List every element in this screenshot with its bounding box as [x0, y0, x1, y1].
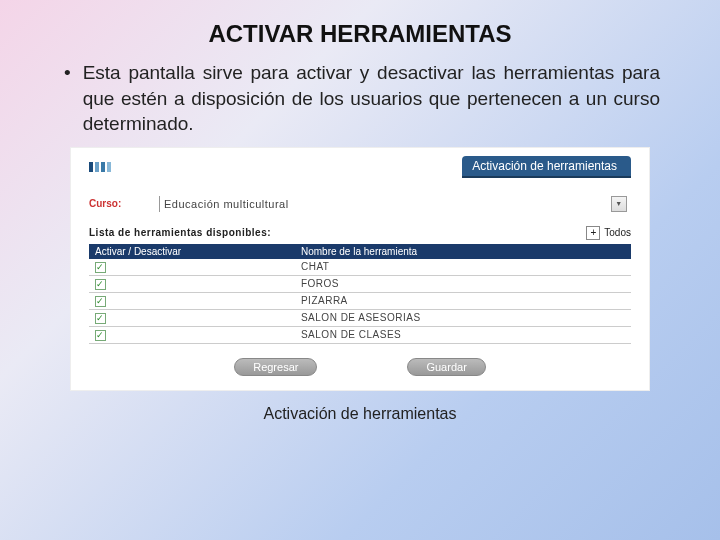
- checkbox[interactable]: ✓: [95, 330, 106, 341]
- select-all-checkbox[interactable]: +: [586, 226, 600, 240]
- lista-label: Lista de herramientas disponibles:: [89, 227, 271, 238]
- tool-name: CHAT: [295, 259, 631, 276]
- table-row: ✓ PIZARRA: [89, 292, 631, 309]
- bullet-item: • Esta pantalla sirve para activar y des…: [60, 60, 660, 137]
- checkbox[interactable]: ✓: [95, 279, 106, 290]
- section-tab: Activación de herramientas: [462, 156, 631, 178]
- tool-name: FOROS: [295, 275, 631, 292]
- tool-name: SALON DE ASESORIAS: [295, 309, 631, 326]
- logo-stripes: [89, 162, 113, 172]
- tools-table: Activar / Desactivar Nombre de la herram…: [89, 244, 631, 344]
- checkbox[interactable]: ✓: [95, 296, 106, 307]
- table-header-nombre: Nombre de la herramienta: [295, 244, 631, 259]
- bullet-text: Esta pantalla sirve para activar y desac…: [83, 60, 660, 137]
- tool-name: PIZARRA: [295, 292, 631, 309]
- table-row: ✓ SALON DE CLASES: [89, 326, 631, 343]
- curso-select[interactable]: Educación multicultural ▼: [159, 196, 631, 212]
- figure-caption: Activación de herramientas: [60, 405, 660, 423]
- todos-label: Todos: [604, 227, 631, 238]
- slide-title: ACTIVAR HERRAMIENTAS: [60, 20, 660, 48]
- curso-label: Curso:: [89, 198, 159, 209]
- table-row: ✓ FOROS: [89, 275, 631, 292]
- bullet-marker: •: [64, 60, 71, 86]
- chevron-down-icon[interactable]: ▼: [611, 196, 627, 212]
- checkbox[interactable]: ✓: [95, 262, 106, 273]
- curso-value: Educación multicultural: [164, 198, 289, 210]
- table-row: ✓ SALON DE ASESORIAS: [89, 309, 631, 326]
- back-button[interactable]: Regresar: [234, 358, 317, 376]
- table-header-activar: Activar / Desactivar: [89, 244, 295, 259]
- save-button[interactable]: Guardar: [407, 358, 485, 376]
- checkbox[interactable]: ✓: [95, 313, 106, 324]
- embedded-screenshot: Activación de herramientas Curso: Educac…: [70, 147, 650, 391]
- tool-name: SALON DE CLASES: [295, 326, 631, 343]
- table-row: ✓ CHAT: [89, 259, 631, 276]
